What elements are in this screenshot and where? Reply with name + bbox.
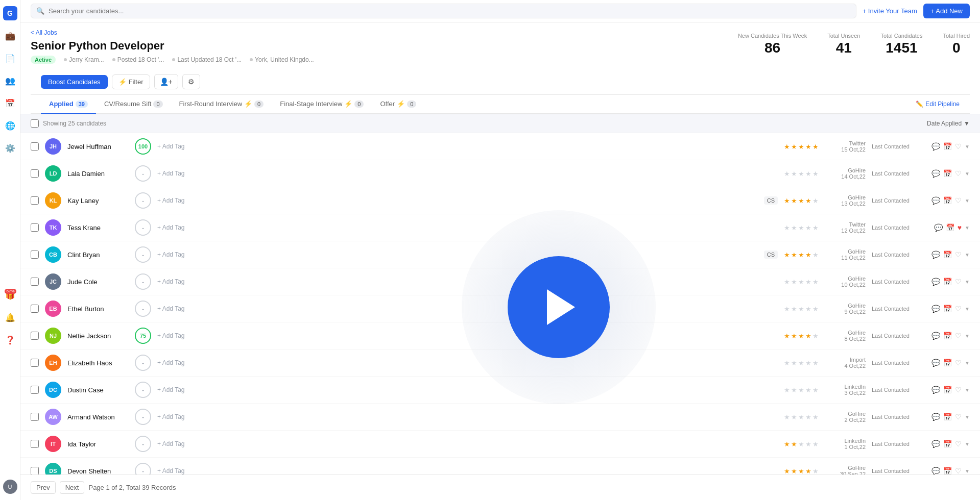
dropdown-arrow-icon[interactable]: ▼ [965,279,970,285]
invite-team-link[interactable]: + Invite Your Team [863,7,917,15]
candidate-checkbox[interactable] [31,278,39,286]
candidate-checkbox[interactable] [31,413,39,421]
candidate-checkbox[interactable] [31,359,39,367]
message-icon[interactable]: 💬 [931,440,940,448]
calendar-icon[interactable]: 📅 [943,142,952,151]
add-tag[interactable]: + Add Tag [157,170,778,177]
add-tag[interactable]: + Add Tag [157,359,778,366]
settings-button[interactable]: ⚙ [182,74,200,89]
heart-filled-icon[interactable]: ♥ [958,223,962,232]
message-icon[interactable]: 💬 [931,305,940,313]
message-icon[interactable]: 💬 [931,251,940,259]
back-link[interactable]: < All Jobs [31,29,57,36]
calendar-icon[interactable]: 📅 [943,196,952,205]
dropdown-arrow-icon[interactable]: ▼ [965,225,970,231]
tab-applied[interactable]: Applied 39 [41,95,96,114]
heart-icon[interactable]: ♡ [955,359,962,367]
candidate-checkbox[interactable] [31,305,39,313]
avatar[interactable]: U [3,480,17,494]
candidate-checkbox[interactable] [31,386,39,394]
sidebar-item-calendar[interactable]: 📅 [3,96,17,110]
heart-icon[interactable]: ♡ [955,413,962,421]
add-member-button[interactable]: 👤+ [154,74,178,89]
sidebar-item-gift[interactable]: 🎁 67% [3,288,17,302]
heart-icon[interactable]: ♡ [955,332,962,340]
dropdown-arrow-icon[interactable]: ▼ [965,441,970,447]
candidate-checkbox[interactable] [31,196,39,205]
filter-button[interactable]: ⚡ Filter [112,74,150,89]
candidate-name[interactable]: Ida Taylor [67,440,129,448]
prev-button[interactable]: Prev [31,481,56,494]
add-tag[interactable]: + Add Tag [157,332,778,339]
candidate-name[interactable]: Jude Cole [67,278,129,286]
search-box[interactable]: 🔍 [31,4,856,18]
sidebar-item-users[interactable]: 👥 [3,73,17,88]
message-icon[interactable]: 💬 [931,359,940,367]
add-new-button[interactable]: + Add New [923,4,970,18]
dropdown-arrow-icon[interactable]: ▼ [965,468,970,474]
dropdown-arrow-icon[interactable]: ▼ [965,387,970,393]
tab-first-round[interactable]: First-Round Interview ⚡ 0 [171,95,272,114]
dropdown-arrow-icon[interactable]: ▼ [965,171,970,177]
heart-icon[interactable]: ♡ [955,142,962,151]
dropdown-arrow-icon[interactable]: ▼ [965,306,970,312]
candidate-name[interactable]: Armand Watson [67,413,129,421]
calendar-icon[interactable]: 📅 [943,413,952,421]
message-icon[interactable]: 💬 [931,196,940,205]
sidebar-item-briefcase[interactable]: 💼 [3,29,17,43]
calendar-icon[interactable]: 📅 [943,169,952,178]
message-icon[interactable]: 💬 [931,413,940,421]
heart-icon[interactable]: ♡ [955,305,962,313]
calendar-icon[interactable]: 📅 [943,467,952,474]
candidate-name[interactable]: Nettie Jackson [67,332,129,340]
heart-icon[interactable]: ♡ [955,440,962,448]
add-tag[interactable]: + Add Tag [157,413,778,420]
dropdown-arrow-icon[interactable]: ▼ [965,144,970,149]
candidate-checkbox[interactable] [31,223,39,232]
message-icon[interactable]: 💬 [931,467,940,474]
message-icon[interactable]: 💬 [931,386,940,394]
sidebar-item-help[interactable]: ❓ [3,333,17,347]
add-tag[interactable]: + Add Tag [157,278,778,285]
add-tag[interactable]: + Add Tag [157,305,778,312]
candidate-name[interactable]: Tess Krane [67,224,129,232]
add-tag[interactable]: + Add Tag [157,467,778,474]
dropdown-arrow-icon[interactable]: ▼ [965,414,970,420]
heart-icon[interactable]: ♡ [955,196,962,205]
calendar-icon[interactable]: 📅 [943,440,952,448]
add-tag[interactable]: + Add Tag [157,440,778,447]
calendar-icon[interactable]: 📅 [943,332,952,340]
message-icon[interactable]: 💬 [931,142,940,151]
heart-icon[interactable]: ♡ [955,278,962,286]
edit-pipeline-link[interactable]: ✏️ Edit Pipeline [916,101,960,108]
candidate-checkbox[interactable] [31,332,39,340]
add-tag[interactable]: + Add Tag [157,386,778,393]
dropdown-arrow-icon[interactable]: ▼ [965,252,970,258]
sidebar-item-settings[interactable]: ⚙️ [3,141,17,155]
video-play-button[interactable] [508,256,610,358]
add-tag[interactable]: + Add Tag [157,224,778,231]
tab-cv-sift[interactable]: CV/Resume Sift 0 [96,95,171,114]
add-tag[interactable]: + Add Tag [157,251,758,258]
calendar-icon[interactable]: 📅 [943,386,952,394]
candidate-checkbox[interactable] [31,251,39,259]
heart-icon[interactable]: ♡ [955,386,962,394]
calendar-icon[interactable]: 📅 [943,359,952,367]
candidate-name[interactable]: Lala Damien [67,170,129,178]
message-icon[interactable]: 💬 [931,169,940,178]
tab-offer[interactable]: Offer ⚡ 0 [372,95,424,114]
candidate-checkbox[interactable] [31,440,39,448]
sidebar-item-bell[interactable]: 🔔 [3,310,17,324]
dropdown-arrow-icon[interactable]: ▼ [965,333,970,339]
candidate-name[interactable]: Kay Laney [67,197,129,205]
select-all-checkbox[interactable] [31,119,39,128]
message-icon[interactable]: 💬 [931,332,940,340]
sidebar-item-document[interactable]: 📄 [3,51,17,65]
candidate-name[interactable]: Jewel Huffman [67,143,129,151]
date-sort-button[interactable]: Date Applied ▼ [927,120,970,127]
add-tag[interactable]: + Add Tag [157,143,778,150]
heart-icon[interactable]: ♡ [955,251,962,259]
candidate-name[interactable]: Dustin Case [67,386,129,394]
candidate-checkbox[interactable] [31,467,39,474]
candidate-name[interactable]: Elizabeth Haos [67,359,129,367]
